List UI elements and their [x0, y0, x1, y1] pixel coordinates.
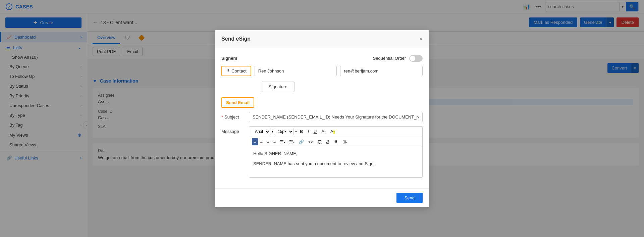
align-center-button[interactable]: ≡	[259, 138, 265, 145]
modal-footer: Send	[215, 188, 429, 207]
rich-text-editor: Arial ▾ 15px ▾ B I U A▾ A▾	[249, 126, 423, 178]
underline-button[interactable]: U	[312, 128, 318, 135]
align-left-button[interactable]: ≡	[252, 138, 258, 145]
font-size-arrow: ▾	[295, 130, 297, 133]
modal-close-button[interactable]: ×	[419, 36, 423, 43]
rte-toolbar-1: Arial ▾ 15px ▾ B I U A▾ A▾	[249, 127, 422, 137]
signer-row: ⠿ Contact	[221, 66, 423, 76]
preview-button[interactable]: 👁	[332, 138, 340, 145]
table-button[interactable]: ⊞▾	[341, 138, 349, 145]
subject-label-area: * Subject	[221, 112, 245, 120]
image-button[interactable]: 🖼	[316, 138, 323, 145]
print-button[interactable]: 🖨	[324, 138, 332, 145]
font-color-button[interactable]: A▾	[320, 128, 327, 135]
bullet-list-button[interactable]: ☰▾	[278, 138, 287, 145]
code-button[interactable]: <>	[306, 138, 315, 145]
message-row: Message Arial ▾ 15px ▾ B	[221, 126, 423, 178]
numbered-list-button[interactable]: ☷▾	[287, 138, 296, 145]
subject-row: * Subject	[221, 112, 423, 122]
send-email-section: Send Email * Subject Message	[221, 97, 423, 178]
message-label: Message	[221, 126, 245, 134]
font-select-arrow: ▾	[272, 130, 273, 133]
drag-icon: ⠿	[226, 68, 229, 74]
rte-toolbar-2: ≡ ≡ ≡ ≡ ☰▾ ☷▾ 🔗 <> 🖼 🖨 👁 ⊞▾	[249, 137, 422, 147]
contact-tag-label: Contact	[231, 68, 247, 74]
contact-tag[interactable]: ⠿ Contact	[221, 66, 251, 76]
subject-label: Subject	[224, 114, 239, 120]
sequential-order-area: Sequential Order	[373, 55, 423, 62]
subject-input[interactable]	[249, 112, 423, 122]
signer-name-input[interactable]	[255, 66, 337, 76]
modal-header: Send eSign ×	[215, 30, 429, 48]
align-right-button[interactable]: ≡	[265, 138, 271, 145]
send-esign-modal: Send eSign × Signers Sequential Order ⠿ …	[215, 30, 429, 207]
send-button[interactable]: Send	[396, 193, 423, 203]
rte-line-1: Hello SIGNER_NAME,	[253, 151, 418, 156]
rte-content[interactable]: Hello SIGNER_NAME, SENDER_NAME has sent …	[249, 147, 422, 177]
italic-button[interactable]: I	[306, 128, 311, 135]
modal-body: Signers Sequential Order ⠿ Contact Signa…	[215, 48, 429, 188]
highlight-button[interactable]: A▾	[329, 128, 336, 135]
sequential-toggle[interactable]	[409, 55, 423, 62]
link-button[interactable]: 🔗	[297, 138, 306, 145]
required-star: *	[221, 114, 223, 120]
font-family-select[interactable]: Arial	[252, 128, 270, 135]
modal-overlay: Send eSign × Signers Sequential Order ⠿ …	[0, 0, 644, 237]
signature-btn-area: Signature	[262, 80, 423, 92]
signers-label: Signers	[221, 56, 237, 61]
font-size-select[interactable]: 15px	[275, 128, 294, 135]
signer-email-input[interactable]	[340, 66, 423, 76]
bold-button[interactable]: B	[298, 128, 305, 135]
signature-button[interactable]: Signature	[262, 82, 294, 92]
align-justify-button[interactable]: ≡	[272, 138, 278, 145]
sequential-order-label: Sequential Order	[373, 56, 406, 61]
send-email-header: Send Email	[221, 97, 254, 108]
rte-line-3: SENDER_NAME has sent you a document to r…	[253, 161, 418, 166]
signers-section-header: Signers Sequential Order	[221, 55, 423, 62]
modal-title: Send eSign	[221, 36, 251, 42]
